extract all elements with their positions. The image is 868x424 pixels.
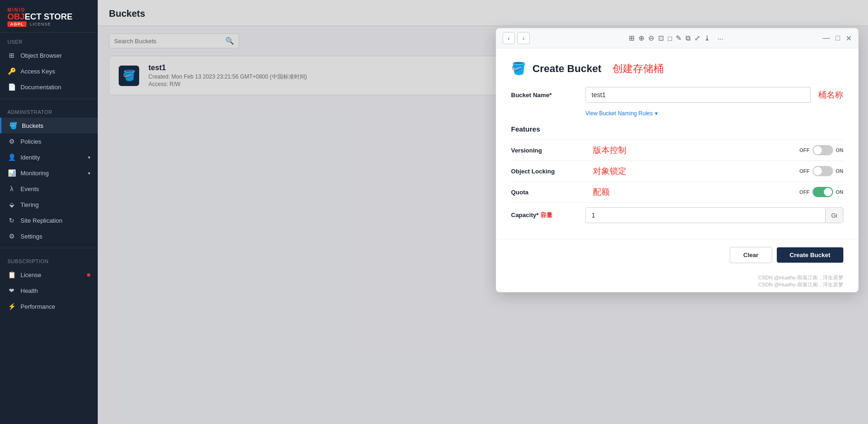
sidebar-item-label: Tiering — [20, 201, 39, 208]
identity-icon: 👤 — [7, 153, 16, 161]
monitoring-arrow: ▾ — [88, 171, 90, 176]
modal-title-row: 🪣 Create Bucket 创建存储桶 — [511, 61, 843, 76]
more-icon[interactable]: ··· — [718, 34, 724, 42]
modal-body: 🪣 Create Bucket 创建存储桶 Bucket Name* 桶名称 V… — [496, 48, 858, 239]
modal-win-controls: — □ ✕ — [822, 34, 852, 43]
window-icon[interactable]: ⊡ — [658, 34, 664, 42]
zoom-out-icon[interactable]: ⊖ — [648, 34, 654, 42]
modal-toolbar-icons: ⊞ ⊕ ⊖ ⊡ □ ✎ ⧉ ⤢ ⤓ ··· — [629, 34, 724, 42]
sidebar-item-site-replication[interactable]: ↻ Site Replication — [0, 212, 98, 228]
object-browser-icon: ⊞ — [7, 52, 16, 59]
tiering-icon: ⬙ — [7, 201, 16, 208]
bucket-name-input[interactable] — [585, 87, 811, 103]
section-label-user: User — [0, 33, 98, 47]
close-btn[interactable]: ✕ — [846, 34, 852, 43]
license-icon: 📋 — [7, 271, 16, 278]
zoom-in-icon[interactable]: ⊕ — [639, 34, 645, 42]
capacity-input[interactable] — [586, 208, 825, 223]
quota-off-label: OFF — [800, 189, 810, 195]
obj-store-brand: OBJECT STORE — [7, 13, 90, 21]
divider-2 — [0, 248, 98, 248]
bucket-name-label: Bucket Name* — [511, 92, 585, 99]
create-bucket-modal: ‹ › ⊞ ⊕ ⊖ ⊡ □ ✎ ⧉ ⤢ ⤓ ··· — □ — [496, 28, 859, 292]
minimize-btn[interactable]: — — [822, 34, 830, 42]
sidebar-item-access-keys[interactable]: 🔑 Access Keys — [0, 63, 98, 79]
sidebar-item-buckets[interactable]: 🪣 Buckets — [0, 118, 98, 133]
sidebar-item-label: Identity — [20, 154, 40, 161]
features-title: Features — [511, 125, 843, 133]
quota-toggle-wrap: OFF ON — [800, 187, 844, 197]
monitoring-icon: 📊 — [7, 169, 16, 177]
modal-overlay: ‹ › ⊞ ⊕ ⊖ ⊡ □ ✎ ⧉ ⤢ ⤓ ··· — □ — [98, 0, 868, 424]
sidebar-item-events[interactable]: λ Events — [0, 181, 98, 197]
sidebar-item-license[interactable]: 📋 License — [0, 267, 98, 283]
square-icon[interactable]: □ — [668, 34, 672, 42]
naming-rules-link[interactable]: View Bucket Naming Rules ▾ — [585, 110, 843, 117]
site-replication-icon: ↻ — [7, 217, 16, 224]
clear-button[interactable]: Clear — [730, 247, 772, 263]
modal-footer: Clear Create Bucket — [496, 239, 858, 272]
watermark: CSDN @Huathy-雨落江南，浮生若梦 CSDN @Huathy-雨落江南… — [496, 272, 858, 292]
sidebar-item-label: Object Browser — [20, 52, 62, 59]
identity-arrow: ▾ — [88, 155, 90, 160]
quota-on-label: ON — [836, 189, 844, 195]
capacity-unit: Gi — [825, 208, 843, 223]
object-locking-cn: 对象锁定 — [593, 166, 626, 177]
buckets-icon: 🪣 — [9, 122, 17, 129]
quota-row: Quota 配额 OFF ON — [511, 181, 843, 202]
versioning-on-label: ON — [836, 147, 844, 153]
sidebar: MINIO OBJECT STORE AGPL LICENSE User ⊞ O… — [0, 0, 98, 424]
versioning-row: Versioning 版本控制 OFF ON — [511, 139, 843, 160]
modal-create-bucket-button[interactable]: Create Bucket — [777, 247, 843, 263]
modal-back-btn[interactable]: ‹ — [503, 32, 515, 44]
sidebar-item-health[interactable]: ❤ Health — [0, 283, 98, 298]
capacity-row: Capacity* 容量 Gi — [511, 202, 843, 228]
sidebar-item-label: Policies — [20, 138, 41, 145]
sidebar-item-label: Performance — [20, 303, 55, 310]
object-locking-on-label: ON — [836, 168, 844, 174]
quota-toggle[interactable] — [813, 187, 833, 197]
maximize-btn[interactable]: □ — [835, 34, 840, 42]
sidebar-item-label: Buckets — [22, 122, 43, 129]
sidebar-item-identity[interactable]: 👤 Identity ▾ — [0, 149, 98, 165]
sidebar-logo: MINIO OBJECT STORE AGPL LICENSE — [0, 0, 98, 33]
sidebar-item-tiering[interactable]: ⬙ Tiering — [0, 197, 98, 212]
sidebar-item-monitoring[interactable]: 📊 Monitoring ▾ — [0, 165, 98, 181]
capacity-wrap: Gi — [585, 207, 843, 223]
license-dot — [87, 273, 90, 277]
sidebar-item-object-browser[interactable]: ⊞ Object Browser — [0, 47, 98, 63]
sidebar-item-label: Health — [20, 287, 38, 294]
modal-titlebar: ‹ › ⊞ ⊕ ⊖ ⊡ □ ✎ ⧉ ⤢ ⤓ ··· — □ — [496, 28, 858, 48]
edit-icon[interactable]: ✎ — [676, 34, 682, 42]
versioning-toggle-wrap: OFF ON — [800, 145, 844, 155]
policies-icon: ⚙ — [7, 138, 16, 145]
events-icon: λ — [7, 185, 16, 192]
sidebar-item-label: Events — [20, 186, 39, 192]
access-keys-icon: 🔑 — [7, 67, 16, 75]
modal-bucket-icon: 🪣 — [511, 61, 526, 76]
object-locking-off-label: OFF — [800, 168, 810, 174]
bucket-name-row: Bucket Name* 桶名称 — [511, 87, 843, 103]
bucket-name-cn: 桶名称 — [818, 89, 843, 100]
sidebar-item-label: Site Replication — [20, 217, 62, 224]
sidebar-item-label: Documentation — [20, 84, 61, 91]
expand-icon[interactable]: ⤢ — [694, 34, 700, 42]
modal-forward-btn[interactable]: › — [518, 32, 530, 44]
main-content: Buckets 🔍 ⊞ ⊟ 🗑 ↻ Create Bucket + 🪣 test… — [98, 0, 868, 424]
versioning-toggle[interactable] — [813, 145, 833, 155]
sidebar-item-documentation[interactable]: 📄 Documentation — [0, 79, 98, 95]
sidebar-item-policies[interactable]: ⚙ Policies — [0, 133, 98, 149]
sidebar-item-performance[interactable]: ⚡ Performance — [0, 298, 98, 314]
quota-cn: 配额 — [593, 186, 610, 198]
object-locking-toggle[interactable] — [813, 166, 833, 176]
copy-icon[interactable]: ⧉ — [686, 34, 691, 42]
chevron-down-icon: ▾ — [655, 110, 658, 117]
sidebar-item-settings[interactable]: ⚙ Settings — [0, 228, 98, 244]
performance-icon: ⚡ — [7, 303, 16, 310]
modal-title-text: Create Bucket — [532, 63, 601, 75]
grid-icon[interactable]: ⊞ — [629, 34, 635, 42]
download-icon[interactable]: ⤓ — [704, 34, 710, 42]
sidebar-item-label: Monitoring — [20, 170, 49, 177]
sidebar-item-label: License — [20, 272, 41, 278]
sidebar-item-label: Settings — [20, 233, 42, 240]
